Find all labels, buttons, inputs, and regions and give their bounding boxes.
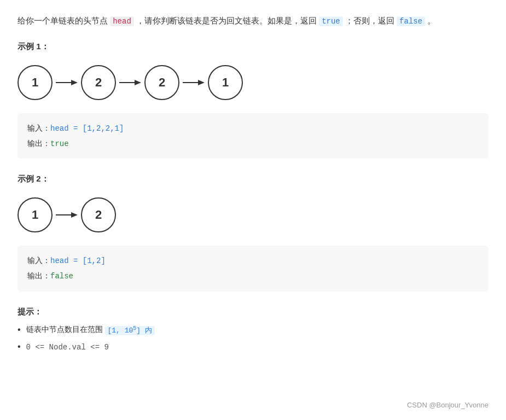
svg-marker-5: [198, 80, 205, 85]
example1-box: 输入：head = [1,2,2,1] 输出：true: [18, 113, 488, 159]
example1-input-value: head = [1,2,2,1]: [50, 124, 124, 133]
example1-diagram: 1 2 2 1: [18, 61, 488, 104]
example2-input-row: 输入：head = [1,2]: [27, 253, 479, 269]
desc-prefix: 给你一个单链表的头节点: [18, 16, 110, 25]
hint-2-text: 0 <= Node.val <= 9: [26, 343, 109, 352]
example1-input-label: 输入：: [27, 124, 50, 132]
svg-marker-3: [135, 80, 141, 85]
example2-diagram: 1 2: [18, 193, 488, 237]
bullet-1: •: [18, 325, 21, 335]
example1-output-row: 输出：true: [27, 136, 479, 151]
arrow-2: [119, 77, 141, 88]
hint-1-range: [1, 105] 内: [105, 326, 155, 335]
head-code: head: [110, 16, 134, 26]
node-2b: 2: [144, 65, 179, 100]
false-code: false: [397, 16, 425, 26]
hints-section: 提示： • 链表中节点数目在范围 [1, 105] 内 • 0 <= Node.…: [18, 307, 488, 352]
example2-output-label: 输出：: [27, 271, 50, 280]
node-2a: 2: [81, 65, 116, 100]
example1-section: 示例 1： 1 2 2 1 输入：head = [1,2,2: [18, 42, 488, 159]
hint-item-2: • 0 <= Node.val <= 9: [18, 342, 488, 352]
example1-output-value: true: [50, 139, 69, 148]
example2-input-label: 输入：: [27, 256, 50, 265]
hint-item-1: • 链表中节点数目在范围 [1, 105] 内: [18, 325, 488, 335]
example2-title: 示例 2：: [18, 174, 488, 184]
example2-output-value: false: [50, 272, 73, 281]
example2-input-value: head = [1,2]: [50, 256, 106, 265]
svg-marker-7: [71, 212, 78, 218]
arrow-1: [56, 77, 78, 88]
example1-title: 示例 1：: [18, 42, 488, 52]
node-1b: 1: [208, 65, 243, 100]
true-code: true: [319, 16, 343, 26]
example1-input-row: 输入：head = [1,2,2,1]: [27, 121, 479, 136]
description: 给你一个单链表的头节点 head ，请你判断该链表是否为回文链表。如果是，返回 …: [18, 13, 488, 28]
example1-output-label: 输出：: [27, 139, 50, 148]
desc-middle: ，请你判断该链表是否为回文链表。如果是，返回: [134, 16, 319, 25]
example2-output-row: 输出：false: [27, 269, 479, 284]
example2-section: 示例 2： 1 2 输入：head = [1,2] 输出：false: [18, 174, 488, 291]
example2-box: 输入：head = [1,2] 输出：false: [18, 246, 488, 291]
desc-separator: ；否则，返回: [343, 16, 397, 25]
node-1a: 1: [18, 65, 53, 100]
hint-1-text: 链表中节点数目在范围 [1, 105] 内: [26, 325, 155, 335]
desc-suffix: 。: [425, 16, 435, 25]
node-e2-1: 1: [18, 197, 53, 232]
svg-marker-1: [71, 80, 78, 85]
arrow-3: [183, 77, 205, 88]
node-e2-2: 2: [81, 197, 116, 232]
arrow-e2-1: [56, 209, 78, 220]
hints-title: 提示：: [18, 307, 488, 317]
hint-1-prefix: 链表中节点数目在范围: [26, 325, 105, 334]
bullet-2: •: [18, 342, 21, 352]
